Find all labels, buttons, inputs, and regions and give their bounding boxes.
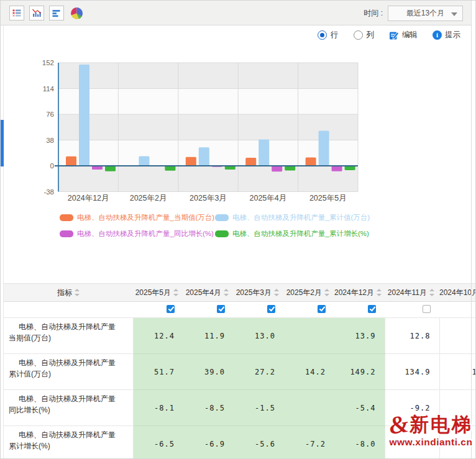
- legend-item[interactable]: 电梯、自动扶梯及升降机产量_当期值(万台): [60, 209, 215, 225]
- column-header[interactable]: 2025年3月: [234, 284, 284, 302]
- column-header[interactable]: 2024年12月: [334, 284, 385, 302]
- svg-text:2024年12月: 2024年12月: [68, 194, 109, 202]
- legend-item[interactable]: 电梯、自动扶梯及升降机产量_累计增长(%): [215, 225, 369, 242]
- bar-0-2: [186, 157, 196, 166]
- radio-row-option[interactable]: 行: [318, 30, 339, 40]
- column-checkbox[interactable]: [217, 305, 225, 313]
- radio-column-option[interactable]: 列: [354, 30, 375, 40]
- value-cell: -8.0: [334, 426, 385, 459]
- svg-text:0: 0: [50, 162, 54, 170]
- svg-text:114: 114: [43, 85, 55, 93]
- tip-button[interactable]: 提示: [433, 30, 460, 40]
- column-checkbox[interactable]: [167, 305, 175, 313]
- radio-row-label: 行: [331, 30, 339, 40]
- bar-chart: 15211476380-382024年12月2025年2月2025年3月2025…: [1, 57, 476, 212]
- view-controls: 行 列 编辑 提示: [318, 30, 460, 40]
- column-checkbox-cell: [284, 302, 334, 318]
- legend-item[interactable]: 电梯、自动扶梯及升降机产量_累计值(万台): [215, 209, 370, 225]
- indicator-cell: 电梯、自动扶梯及升降机产量同比增长(%): [4, 390, 133, 426]
- indicator-label-line2: 累计增长(%): [4, 440, 133, 452]
- edit-button[interactable]: 编辑: [389, 30, 418, 40]
- table-row: 电梯、自动扶梯及升降机产量当期值(万台)12.411.913.013.912.8: [4, 318, 476, 354]
- bar-0-4: [306, 157, 316, 166]
- radio-column-label: 列: [367, 30, 375, 40]
- horizontal-bars-glyph: [52, 8, 62, 18]
- legend-swatch: [215, 230, 229, 237]
- value-cell: 14.2: [284, 354, 334, 390]
- bar-1-2: [199, 147, 209, 166]
- chart-legend: 电梯、自动扶梯及升降机产量_当期值(万台)电梯、自动扶梯及升降机产量_累计值(万…: [60, 209, 457, 242]
- column-checkbox[interactable]: [267, 305, 275, 313]
- column-checkbox[interactable]: [368, 305, 376, 313]
- svg-text:2025年2月: 2025年2月: [130, 194, 167, 202]
- orientation-radio-group: 行 列: [318, 30, 374, 40]
- legend-label: 电梯、自动扶梯及升降机产量_同比增长(%): [77, 229, 214, 239]
- sort-icon: [173, 289, 178, 296]
- radio-unselected-icon: [354, 30, 363, 40]
- legend-list-icon[interactable]: [9, 6, 24, 20]
- bar-0-3: [245, 158, 256, 166]
- watermark-brand-row: 新电梯: [389, 414, 473, 435]
- side-panel-handle[interactable]: [1, 120, 4, 166]
- column-checkbox[interactable]: [423, 305, 431, 313]
- legend-item[interactable]: 电梯、自动扶梯及升降机产量_同比增长(%): [60, 225, 215, 242]
- value-cell: 13.9: [334, 318, 385, 354]
- indicator-label-line2: 累计值(万台): [4, 368, 133, 379]
- column-checkbox-cell: [385, 302, 439, 318]
- value-cell: 134.9: [385, 354, 439, 390]
- indicator-label-line2: 同比增长(%): [4, 404, 133, 416]
- value-cell: [284, 390, 334, 426]
- value-cell: 12.8: [385, 318, 439, 354]
- indicator-header[interactable]: 指标: [4, 284, 133, 302]
- checkbox-row-spacer: [4, 302, 133, 318]
- radio-selected-icon: [318, 30, 327, 40]
- column-header[interactable]: 2025年2月: [284, 284, 334, 302]
- svg-text:38: 38: [46, 137, 54, 144]
- table-row: 电梯、自动扶梯及升降机产量累计值(万台)51.739.027.214.2149.…: [4, 354, 476, 390]
- edit-pencil-icon: [389, 30, 399, 40]
- bar-3-1: [165, 166, 175, 171]
- time-range-select[interactable]: 最近13个月: [388, 6, 463, 21]
- legend-label: 电梯、自动扶梯及升降机产量_累计增长(%): [232, 229, 369, 239]
- value-cell: 11.9: [183, 318, 234, 354]
- toolbar: 时间 : 最近13个月: [1, 1, 471, 25]
- column-header[interactable]: 2024年11月: [385, 284, 439, 302]
- legend-swatch: [60, 230, 73, 237]
- horizontal-bars-icon[interactable]: [49, 6, 64, 20]
- watermark-logo: 新电梯 www.xindianti.cn: [389, 414, 473, 448]
- value-cell: -6.9: [183, 426, 234, 459]
- legend-swatch: [60, 214, 73, 221]
- pie-chart-glyph: [70, 7, 83, 20]
- indicator-label-line1: 电梯、自动扶梯及升降机产量: [4, 321, 133, 332]
- time-range-value: 最近13个月: [406, 8, 444, 19]
- bar-line-chart-icon[interactable]: [29, 6, 44, 20]
- edit-button-label: 编辑: [402, 30, 418, 40]
- bar-line-chart-glyph: [32, 8, 42, 18]
- pie-chart-icon[interactable]: [69, 6, 84, 20]
- column-header[interactable]: 2025年5月: [133, 284, 183, 302]
- bar-1-1: [139, 156, 149, 166]
- svg-text:2025年3月: 2025年3月: [190, 194, 227, 202]
- brand-url: www.xindianti.cn: [389, 437, 473, 448]
- sort-icon: [75, 289, 80, 296]
- column-checkbox[interactable]: [318, 305, 326, 313]
- toolbar-icons: [9, 6, 84, 20]
- bar-1-4: [319, 131, 329, 166]
- value-cell: 51.7: [133, 354, 183, 390]
- column-checkbox-cell: [334, 302, 385, 318]
- indicator-label-line1: 电梯、自动扶梯及升降机产量: [4, 429, 133, 440]
- svg-text:152: 152: [42, 59, 54, 66]
- column-header[interactable]: 2025年4月: [183, 284, 234, 302]
- value-cell: -8.1: [133, 390, 183, 426]
- value-cell: 149.2: [334, 354, 385, 390]
- indicator-label-line2: 当期值(万台): [4, 332, 133, 343]
- svg-text:2025年4月: 2025年4月: [250, 194, 287, 202]
- info-icon: [433, 30, 442, 40]
- sort-icon: [224, 289, 229, 296]
- brand-name: 新电梯: [410, 414, 473, 435]
- chevron-down-icon: [451, 12, 457, 16]
- sort-icon: [429, 289, 434, 296]
- indicator-label-line1: 电梯、自动扶梯及升降机产量: [4, 393, 133, 404]
- value-cell: [284, 318, 334, 354]
- column-checkbox-cell: [234, 302, 284, 318]
